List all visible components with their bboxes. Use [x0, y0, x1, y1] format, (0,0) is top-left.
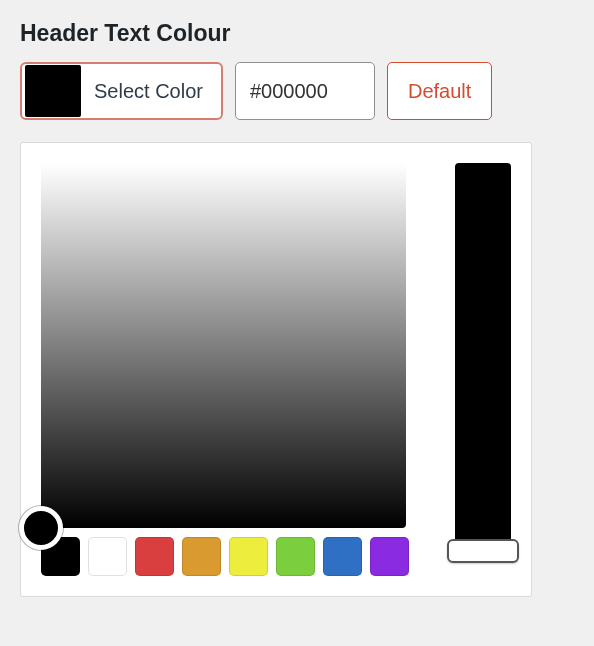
hex-input[interactable]: [235, 62, 375, 120]
saturation-lightness-area[interactable]: [41, 163, 406, 528]
swatch-red[interactable]: [135, 537, 174, 576]
select-color-button[interactable]: Select Color: [20, 62, 223, 120]
hue-slider-thumb[interactable]: [447, 539, 519, 563]
picker-left-column: [41, 163, 409, 576]
swatch-green[interactable]: [276, 537, 315, 576]
color-picker-panel: [20, 142, 532, 597]
cursor-inner-icon: [33, 520, 49, 536]
current-color-preview: [25, 65, 81, 117]
saturation-cursor[interactable]: [19, 506, 63, 550]
swatch-orange[interactable]: [182, 537, 221, 576]
controls-row: Select Color Default: [20, 62, 574, 120]
swatch-white[interactable]: [88, 537, 127, 576]
select-color-label: Select Color: [84, 80, 221, 103]
swatch-blue[interactable]: [323, 537, 362, 576]
default-button[interactable]: Default: [387, 62, 492, 120]
hue-slider[interactable]: [455, 163, 511, 557]
section-heading: Header Text Colour: [20, 20, 574, 47]
swatch-purple[interactable]: [370, 537, 409, 576]
swatch-yellow[interactable]: [229, 537, 268, 576]
picker-body: [41, 163, 511, 576]
hue-column: [455, 163, 511, 576]
preset-swatches-row: [41, 537, 409, 576]
